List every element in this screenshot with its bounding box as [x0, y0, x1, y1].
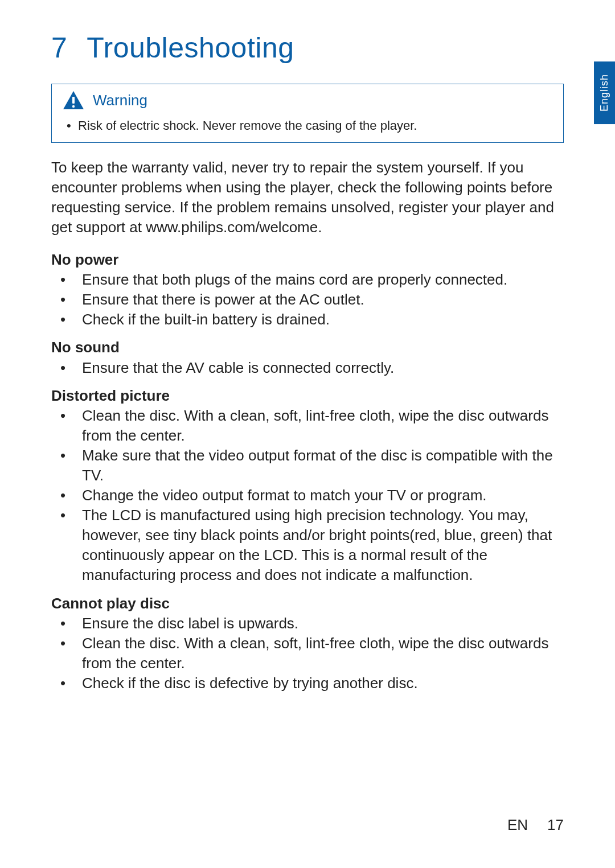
section-title: No sound [51, 338, 564, 357]
list-item: Check if the built-in battery is drained… [51, 310, 564, 330]
list-item: Ensure the disc label is upwards. [51, 614, 564, 633]
warning-icon [62, 90, 85, 110]
warning-box: Warning Risk of electric shock. Never re… [51, 84, 564, 143]
list-item: Ensure that the AV cable is connected co… [51, 358, 564, 378]
footer-page-number: 17 [547, 816, 564, 834]
list-item: The LCD is manufactured using high preci… [51, 505, 564, 585]
svg-rect-1 [72, 97, 75, 104]
section-title: Distorted picture [51, 386, 564, 406]
list-item: Check if the disc is defective by trying… [51, 673, 564, 693]
list-item: Make sure that the video output format o… [51, 446, 564, 486]
list-item: Ensure that there is power at the AC out… [51, 290, 564, 310]
language-tab: English [594, 61, 615, 124]
troubleshoot-section: Cannot play discEnsure the disc label is… [51, 594, 564, 693]
warning-header: Warning [62, 90, 553, 110]
footer-lang: EN [507, 816, 528, 834]
warning-title: Warning [93, 92, 147, 109]
section-bullets: Ensure that the AV cable is connected co… [51, 358, 564, 378]
warning-item: Risk of electric shock. Never remove the… [62, 117, 553, 134]
list-item: Clean the disc. With a clean, soft, lint… [51, 633, 564, 673]
list-item: Clean the disc. With a clean, soft, lint… [51, 406, 564, 446]
troubleshoot-section: No soundEnsure that the AV cable is conn… [51, 338, 564, 377]
list-item: Ensure that both plugs of the mains cord… [51, 270, 564, 290]
troubleshoot-section: Distorted pictureClean the disc. With a … [51, 386, 564, 586]
intro-paragraph: To keep the warranty valid, never try to… [51, 158, 564, 237]
section-title: Cannot play disc [51, 594, 564, 614]
section-bullets: Clean the disc. With a clean, soft, lint… [51, 406, 564, 586]
section-title: No power [51, 250, 564, 270]
section-bullets: Ensure that both plugs of the mains cord… [51, 270, 564, 330]
list-item: Change the video output format to match … [51, 486, 564, 505]
troubleshoot-section: No powerEnsure that both plugs of the ma… [51, 250, 564, 330]
page-footer: EN 17 [507, 816, 564, 834]
chapter-number: 7 [51, 31, 67, 64]
svg-point-2 [72, 105, 75, 108]
chapter-heading: 7Troubleshooting [51, 31, 564, 64]
warning-items: Risk of electric shock. Never remove the… [62, 117, 553, 134]
section-bullets: Ensure the disc label is upwards.Clean t… [51, 614, 564, 693]
chapter-title: Troubleshooting [87, 32, 294, 64]
